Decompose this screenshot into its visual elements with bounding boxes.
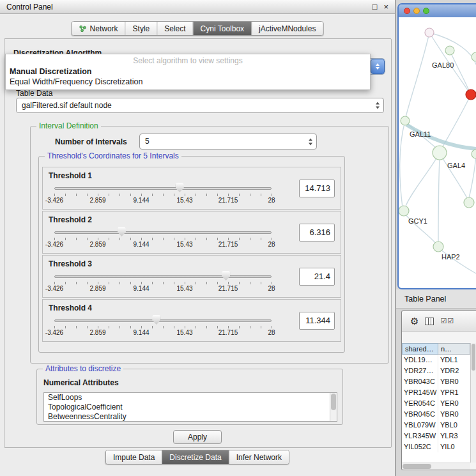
threshold-value-box[interactable]: 14.713 xyxy=(299,180,335,197)
network-node[interactable] xyxy=(445,46,454,55)
threshold-label: Threshold 1 xyxy=(49,171,92,180)
slider-track[interactable] xyxy=(54,187,272,190)
attribute-item-betweennesscentrality[interactable]: BetweennessCentrality xyxy=(44,412,337,422)
close-window-icon[interactable]: × xyxy=(383,2,388,12)
attribute-item-topologicalcoefficient[interactable]: TopologicalCoefficient xyxy=(44,403,337,412)
table-data-combo[interactable]: galFiltered.sif default node xyxy=(16,98,384,113)
table-vscrollbar[interactable] xyxy=(470,343,476,463)
tick-label: 28 xyxy=(268,285,275,292)
slider-scale: -3.4262.8599.14415.4321.71528 xyxy=(54,241,272,249)
cell-name: YDR2 xyxy=(438,365,470,376)
tick-label: 2.859 xyxy=(89,197,105,204)
network-node[interactable] xyxy=(464,197,474,208)
gear-icon[interactable]: ⚙ xyxy=(410,316,418,326)
table-toolbar: ⚙ ☑☑ xyxy=(402,311,476,332)
scrollbar-thumb[interactable] xyxy=(472,344,475,371)
algorithm-option-manual-discretization[interactable]: Manual Discretization xyxy=(6,66,370,77)
tab-style[interactable]: Style xyxy=(126,22,158,35)
slider-thumb-icon[interactable] xyxy=(222,271,230,280)
table-row[interactable]: YBL079WYBL0 xyxy=(402,420,470,431)
network-node[interactable] xyxy=(425,28,434,37)
tab-cyni-toolbox[interactable]: Cyni Toolbox xyxy=(194,22,252,35)
attributes-scrollbar[interactable] xyxy=(330,393,337,421)
attributes-list[interactable]: SelfLoopsTopologicalCoefficientBetweenne… xyxy=(43,392,337,422)
columns-icon[interactable] xyxy=(425,318,434,325)
threshold-value-box[interactable]: 21.4 xyxy=(299,268,335,286)
table-row[interactable]: YPR145WYPR1 xyxy=(402,387,470,398)
tab-impute-data[interactable]: Impute Data xyxy=(106,450,162,464)
network-node[interactable] xyxy=(472,52,476,61)
network-node[interactable] xyxy=(472,150,476,158)
tick-label: 28 xyxy=(268,197,275,204)
attribute-item-selfloops[interactable]: SelfLoops xyxy=(44,393,337,403)
minimize-traffic-light-icon[interactable] xyxy=(413,8,420,14)
combo-stepper-icon xyxy=(309,138,312,145)
slider-track[interactable] xyxy=(54,231,272,234)
apply-button[interactable]: Apply xyxy=(173,430,222,444)
selected-network-node[interactable] xyxy=(466,89,476,100)
tick-label: 9.144 xyxy=(133,241,149,248)
select-columns-icon[interactable]: ☑☑ xyxy=(440,317,454,325)
control-panel-titlebar[interactable]: Control Panel □ × xyxy=(0,0,395,14)
tab-network[interactable]: Network xyxy=(72,22,126,35)
num-intervals-combo[interactable]: 5 xyxy=(139,134,317,150)
tab-jactivemnodules[interactable]: jActiveMNodules xyxy=(252,22,323,35)
threshold-slider[interactable]: -3.4262.8599.14415.4321.71528 xyxy=(48,314,293,341)
threshold-panel: Threshold 3 -3.4262.8599.14415.4321.7152… xyxy=(42,255,341,298)
tab-label: Discretize Data xyxy=(169,453,221,462)
tick-label: 15.43 xyxy=(176,241,192,248)
float-window-icon[interactable]: □ xyxy=(372,2,378,12)
algorithm-option-equal-width-frequency-discretization[interactable]: Equal Width/Frequency Discretization xyxy=(6,77,370,87)
scrollbar-thumb[interactable] xyxy=(331,394,336,410)
slider-thumb-icon[interactable] xyxy=(152,315,160,325)
network-node[interactable] xyxy=(401,116,410,125)
column-header-name[interactable]: n… xyxy=(438,343,470,355)
column-header-shared-name[interactable]: shared… xyxy=(402,343,438,355)
table-row[interactable]: YLR345WYLR3 xyxy=(402,431,470,441)
tab-label: Style xyxy=(133,24,150,33)
combo-stepper-icon[interactable] xyxy=(371,59,385,74)
threshold-slider[interactable]: -3.4262.8599.14415.4321.71528 xyxy=(48,226,293,252)
network-node[interactable] xyxy=(399,206,409,216)
slider-ticks xyxy=(54,194,272,196)
network-canvas[interactable]: GAL80 GAL11 GAL4 GCY1 HAP2 xyxy=(399,17,476,288)
network-window-titlebar[interactable] xyxy=(399,4,476,17)
table-row[interactable]: YER054CYER0 xyxy=(402,398,470,409)
threshold-value-box[interactable]: 6.316 xyxy=(299,224,335,242)
slider-thumb-icon[interactable] xyxy=(118,227,126,236)
threshold-value-box[interactable]: 11.344 xyxy=(299,312,335,330)
tab-select[interactable]: Select xyxy=(157,22,193,35)
close-traffic-light-icon[interactable] xyxy=(404,8,410,14)
threshold-panel: Threshold 1 -3.4262.8599.14415.4321.7152… xyxy=(42,167,341,210)
threshold-label: Threshold 2 xyxy=(49,215,92,224)
table-hscrollbar[interactable] xyxy=(402,463,470,470)
tab-infer-network[interactable]: Infer Network xyxy=(229,450,289,464)
network-view-window[interactable]: GAL80 GAL11 GAL4 GCY1 HAP2 xyxy=(397,3,476,289)
cell-name: YBR0 xyxy=(438,409,470,420)
table-body[interactable]: YDL19…YDL1YDR27…YDR2YBR043CYBR0YPR145WYP… xyxy=(402,355,470,463)
table-row[interactable]: YDL19…YDL1 xyxy=(402,355,470,365)
zoom-traffic-light-icon[interactable] xyxy=(423,8,429,14)
network-node[interactable] xyxy=(433,146,447,160)
tick-label: -3.426 xyxy=(45,197,63,204)
tick-label: 21.715 xyxy=(219,285,238,292)
threshold-slider[interactable]: -3.4262.8599.14415.4321.71528 xyxy=(48,270,293,296)
tab-discretize-data[interactable]: Discretize Data xyxy=(162,450,229,464)
slider-track[interactable] xyxy=(54,319,272,322)
slider-scale: -3.4262.8599.14415.4321.71528 xyxy=(54,285,272,293)
table-row[interactable]: YDR27…YDR2 xyxy=(402,365,470,376)
threshold-slider[interactable]: -3.4262.8599.14415.4321.71528 xyxy=(48,181,293,208)
slider-scale: -3.4262.8599.14415.4321.71528 xyxy=(54,197,272,204)
scrollbar-thumb[interactable] xyxy=(403,464,431,469)
table-row[interactable]: YBR043CYBR0 xyxy=(402,376,470,387)
slider-thumb-icon[interactable] xyxy=(176,183,184,192)
network-graph[interactable]: GAL80 GAL11 GAL4 GCY1 HAP2 xyxy=(399,17,476,288)
table-row[interactable]: YBR045CYBR0 xyxy=(402,409,470,420)
table-row[interactable]: YIL052CYIL0 xyxy=(402,441,470,452)
slider-track[interactable] xyxy=(54,275,272,278)
cell-name: YLR3 xyxy=(438,431,470,441)
network-node[interactable] xyxy=(433,242,443,252)
thresholds-group: Threshold's Coordinates for 5 Intervals … xyxy=(38,156,345,353)
network-icon xyxy=(79,25,87,33)
cell-shared-name: YDL19… xyxy=(402,355,438,365)
